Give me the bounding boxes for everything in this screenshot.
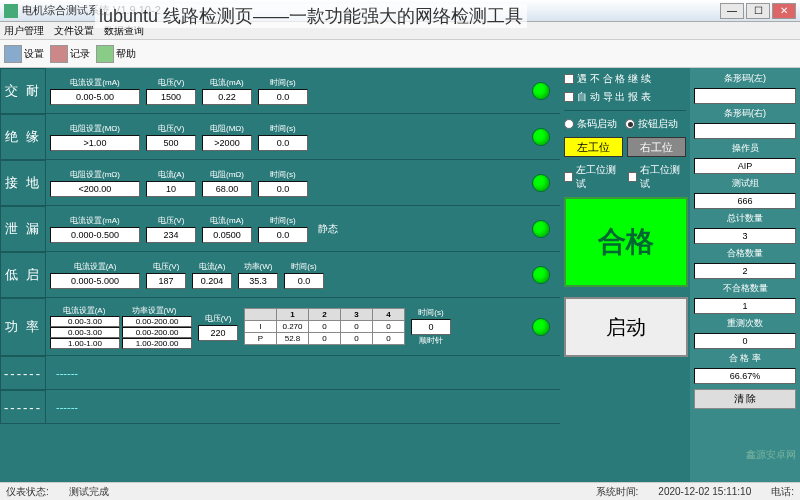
status-tel-lbl: 电话:: [771, 485, 794, 499]
chk-left-test[interactable]: 左工位测试: [564, 163, 622, 191]
r4-static: 静态: [318, 222, 338, 236]
r4-currset[interactable]: [50, 227, 140, 243]
r2-volt[interactable]: [146, 135, 196, 151]
r1-volt[interactable]: [146, 89, 196, 105]
radio-barcode[interactable]: 条码启动: [564, 117, 617, 131]
r6-p1: 52.8: [277, 333, 309, 345]
chk-export[interactable]: 自 动 导 出 报 表: [564, 90, 686, 104]
r6-led: [532, 318, 550, 336]
tb-record[interactable]: 记录: [70, 47, 90, 61]
r6-s3b[interactable]: [122, 338, 192, 349]
r3-time[interactable]: [258, 181, 308, 197]
r6-s2b[interactable]: [122, 327, 192, 338]
r3-time-lbl: 时间(s): [270, 169, 295, 180]
operator-input[interactable]: [694, 158, 796, 174]
r3-led: [532, 174, 550, 192]
barcode-left-input[interactable]: [694, 88, 796, 104]
help-icon[interactable]: [96, 45, 114, 63]
r4-currset-lbl: 电流设置(mA): [70, 215, 119, 226]
row-leakage: 电流设置(mA) 电压(V) 电流(mA) 时间(s) 静态: [46, 206, 560, 252]
r2-volt-lbl: 电压(V): [158, 123, 185, 134]
station-right-button[interactable]: 右工位: [627, 137, 686, 157]
r3-res[interactable]: [202, 181, 252, 197]
checkbox-icon[interactable]: [628, 172, 637, 182]
fail-count: [694, 298, 796, 314]
r1-currset[interactable]: [50, 89, 140, 105]
checkbox-icon[interactable]: [564, 92, 574, 102]
r1-curr[interactable]: [202, 89, 252, 105]
test-rows-column: 电流设置(mA) 电压(V) 电流(mA) 时间(s) 电阻设置(MΩ) 电压(…: [46, 68, 560, 482]
row-empty2: ------: [46, 390, 560, 424]
menu-file[interactable]: 文件设置: [54, 24, 94, 38]
chk-right-test[interactable]: 右工位测试: [628, 163, 686, 191]
label-insulation: 绝 缘: [0, 114, 46, 160]
r3-res-lbl: 电阻(mΩ): [210, 169, 244, 180]
radio-icon[interactable]: [564, 119, 574, 129]
r3-curr[interactable]: [146, 181, 196, 197]
maximize-button[interactable]: ☐: [746, 3, 770, 19]
station-left-button[interactable]: 左工位: [564, 137, 623, 157]
test-group-input[interactable]: [694, 193, 796, 209]
r1-time[interactable]: [258, 89, 308, 105]
barcode-right-input[interactable]: [694, 123, 796, 139]
r6-dir: 顺时针: [419, 335, 443, 346]
r2-res[interactable]: [202, 135, 252, 151]
clear-button[interactable]: 清 除: [694, 389, 796, 409]
r6-volt[interactable]: [198, 325, 238, 341]
r6-s2a[interactable]: [50, 327, 120, 338]
radio-button[interactable]: 按钮启动: [625, 117, 678, 131]
menu-user[interactable]: 用户管理: [4, 24, 44, 38]
row-insulation: 电阻设置(MΩ) 电压(V) 电阻(MΩ) 时间(s): [46, 114, 560, 160]
right-column: 遇 不 合 格 继 续 自 动 导 出 报 表 条码启动 按钮启动 左工位 右工…: [560, 68, 800, 482]
r4-time-lbl: 时间(s): [270, 215, 295, 226]
r4-curr-lbl: 电流(mA): [210, 215, 243, 226]
r6-time-lbl: 时间(s): [418, 307, 443, 318]
tb-help[interactable]: 帮助: [116, 47, 136, 61]
retest-lbl: 重测次数: [694, 317, 796, 330]
close-button[interactable]: ✕: [772, 3, 796, 19]
row-empty1: ------: [46, 356, 560, 390]
r4-volt[interactable]: [146, 227, 196, 243]
label-empty2: ------: [0, 390, 46, 424]
r5-curr[interactable]: [192, 273, 232, 289]
r4-led: [532, 220, 550, 238]
checkbox-icon[interactable]: [564, 74, 574, 84]
chk-continue[interactable]: 遇 不 合 格 继 续: [564, 72, 686, 86]
r5-pow-lbl: 功率(W): [244, 261, 273, 272]
label-low-start: 低 启: [0, 252, 46, 298]
r1-time-lbl: 时间(s): [270, 77, 295, 88]
label-power: 功 率: [0, 298, 46, 356]
r6-table-wrap: 1234 I0.270000 P52.8000: [244, 308, 405, 345]
row-power: 电流设置(A)功率设置(W) 电压(V) 1234 I0.270000 P52.…: [46, 298, 560, 356]
r4-curr[interactable]: [202, 227, 252, 243]
test-labels-column: 交 耐 绝 缘 接 地 泄 漏 低 启 功 率 ------ ------: [0, 68, 46, 482]
record-icon[interactable]: [50, 45, 68, 63]
r5-time[interactable]: [284, 273, 324, 289]
r5-volt[interactable]: [146, 273, 186, 289]
radio-icon[interactable]: [625, 119, 635, 129]
r6-s1b[interactable]: [122, 316, 192, 327]
watermark: 鑫源安卓网: [746, 448, 796, 462]
tb-settings[interactable]: 设置: [24, 47, 44, 61]
label-ac-withstand: 交 耐: [0, 68, 46, 114]
settings-icon[interactable]: [4, 45, 22, 63]
r6-time[interactable]: [411, 319, 451, 335]
r2-resset[interactable]: [50, 135, 140, 151]
start-button[interactable]: 启动: [564, 297, 688, 357]
rate-lbl: 合 格 率: [694, 352, 796, 365]
r3-resset-lbl: 电阻设置(mΩ): [70, 169, 120, 180]
r5-currset[interactable]: [50, 273, 140, 289]
r4-time[interactable]: [258, 227, 308, 243]
minimize-button[interactable]: —: [720, 3, 744, 19]
app-icon: [4, 4, 18, 18]
r5-pow[interactable]: [238, 273, 278, 289]
r2-time[interactable]: [258, 135, 308, 151]
checkbox-icon[interactable]: [564, 172, 573, 182]
r3-resset[interactable]: [50, 181, 140, 197]
r5-currset-lbl: 电流设置(A): [74, 261, 117, 272]
r2-resset-lbl: 电阻设置(MΩ): [70, 123, 120, 134]
r6-i1: 0.270: [277, 321, 309, 333]
r2-res-lbl: 电阻(MΩ): [210, 123, 244, 134]
r6-s1a[interactable]: [50, 316, 120, 327]
r6-s3a[interactable]: [50, 338, 120, 349]
